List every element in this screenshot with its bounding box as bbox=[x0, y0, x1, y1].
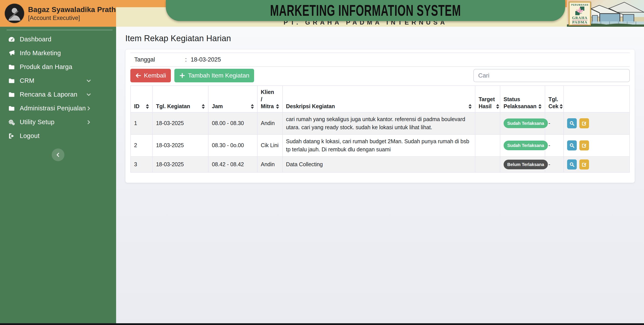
chevron-down-icon bbox=[86, 92, 92, 98]
sidebar-item-crm[interactable]: CRM bbox=[0, 74, 116, 88]
sidebar-item-utility-setup[interactable]: Utility Setup bbox=[0, 115, 116, 129]
column-header-actions bbox=[564, 86, 630, 112]
sidebar-item-label: CRM bbox=[20, 77, 34, 84]
plus-icon bbox=[179, 72, 185, 78]
search-icon bbox=[569, 142, 575, 148]
add-item-button[interactable]: Tambah Item Kegiatan bbox=[174, 69, 254, 82]
cell-target-hasil bbox=[475, 134, 500, 156]
sidebar-item-label: Produk dan Harga bbox=[20, 63, 72, 70]
row-view-button[interactable] bbox=[567, 118, 577, 128]
search-input[interactable] bbox=[473, 69, 630, 82]
arrow-left-icon bbox=[135, 72, 141, 78]
edit-icon bbox=[581, 162, 587, 167]
column-header-deskripsi-kegiatan[interactable]: Deskripsi Kegiatan bbox=[282, 86, 475, 112]
table-body: 118-03-202508.00 - 08.30Andincari rumah … bbox=[130, 112, 630, 172]
sidebar-item-info-marketing[interactable]: Info Marketing bbox=[0, 46, 116, 60]
table-header-row: IDTgl. KegiatanJamKlien / MitraDeskripsi… bbox=[130, 86, 630, 112]
sort-icon[interactable] bbox=[496, 104, 499, 110]
column-header-label: Jam bbox=[212, 103, 223, 110]
sidebar-item-produk-dan-harga[interactable]: Produk dan Harga bbox=[0, 60, 116, 74]
user-panel: Bagaz Syawaladika Pratha [Account Execut… bbox=[0, 0, 116, 27]
column-header-klien-mitra[interactable]: Klien / Mitra bbox=[258, 86, 282, 112]
sidebar-item-dashboard[interactable]: Dashboard bbox=[0, 32, 116, 46]
user-role: [Account Executive] bbox=[28, 15, 116, 22]
user-text: Bagaz Syawaladika Pratha [Account Execut… bbox=[28, 6, 116, 22]
column-header-label: Tgl. Kegiatan bbox=[156, 103, 190, 110]
cell-klien-mitra: Andin bbox=[258, 112, 282, 134]
cell-deskripsi-kegiatan: Data Collecting bbox=[282, 156, 475, 172]
folder-icon bbox=[8, 91, 15, 98]
cell-tgl-kegiatan: 18-03-2025 bbox=[152, 112, 208, 134]
column-header-label: Tgl. Cek bbox=[548, 96, 558, 110]
sort-icon[interactable] bbox=[538, 104, 542, 110]
sort-icon[interactable] bbox=[560, 104, 563, 110]
header-banner: MARKETING INFORMATION SYSTEM PT. GRAHA P… bbox=[116, 0, 644, 27]
user-name: Bagaz Syawaladika Pratha bbox=[28, 6, 116, 14]
search-icon bbox=[569, 120, 575, 126]
folder-icon bbox=[8, 77, 15, 84]
banner-title-box: MARKETING INFORMATION SYSTEM bbox=[166, 0, 565, 21]
tanggal-value: 18-03-2025 bbox=[191, 56, 221, 63]
sidebar-nav: DashboardInfo MarketingProduk dan HargaC… bbox=[0, 32, 116, 143]
cell-target-hasil bbox=[475, 156, 500, 172]
sidebar: Bagaz Syawaladika Pratha [Account Execut… bbox=[0, 0, 116, 325]
page-content: Item Rekap Kegiatan Harian Tanggal : 18-… bbox=[116, 27, 644, 325]
chevron-right-icon bbox=[86, 119, 92, 125]
tanggal-colon: : bbox=[185, 56, 187, 63]
search-icon bbox=[569, 162, 575, 167]
column-header-tgl-kegiatan[interactable]: Tgl. Kegiatan bbox=[152, 86, 208, 112]
column-header-jam[interactable]: Jam bbox=[208, 86, 257, 112]
gears-icon bbox=[8, 118, 15, 126]
table-row: 118-03-202508.00 - 08.30Andincari rumah … bbox=[130, 112, 630, 134]
column-header-label: Deskripsi Kegiatan bbox=[286, 103, 335, 110]
app-window: Bagaz Syawaladika Pratha [Account Execut… bbox=[0, 0, 644, 325]
tanggal-label: Tanggal bbox=[134, 56, 185, 63]
status-badge: Belum Terlaksana bbox=[504, 160, 548, 169]
sidebar-item-logout[interactable]: Logout bbox=[0, 129, 116, 143]
row-edit-button[interactable] bbox=[580, 118, 589, 128]
user-avatar bbox=[5, 4, 24, 23]
sidebar-collapse-button[interactable] bbox=[52, 148, 64, 161]
table-row: 218-03-202508.30 - 0o.00Cik LiniSudah da… bbox=[130, 134, 630, 156]
sidebar-item-administrasi-penjualan[interactable]: Administrasi Penjualan bbox=[0, 102, 116, 115]
column-header-label: Klien / Mitra bbox=[261, 88, 275, 110]
toolbar: Kembali Tambah Item Kegiatan bbox=[130, 69, 630, 82]
column-header-target-hasil[interactable]: Target Hasil bbox=[475, 86, 500, 112]
back-button-label: Kembali bbox=[144, 72, 166, 79]
row-edit-button[interactable] bbox=[580, 140, 589, 150]
bottom-scrollbar[interactable] bbox=[0, 323, 644, 325]
back-button[interactable]: Kembali bbox=[130, 69, 171, 82]
sort-icon[interactable] bbox=[251, 104, 254, 110]
row-view-button[interactable] bbox=[567, 160, 577, 170]
cell-actions bbox=[564, 112, 630, 134]
chevron-down-icon bbox=[86, 78, 92, 84]
lotus-icon bbox=[575, 6, 585, 16]
folder-icon bbox=[8, 105, 15, 112]
graha-padma-logo: PERUMAHAN GRAHA PADMA bbox=[569, 2, 591, 26]
header-house-photo: PERUMAHAN GRAHA PADMA bbox=[567, 0, 644, 27]
cell-status-pelaksanaan: Sudah Terlaksana bbox=[500, 134, 545, 156]
sort-icon[interactable] bbox=[276, 104, 279, 110]
logo-padma-text: PADMA bbox=[572, 20, 588, 25]
column-header-label: Target Hasil bbox=[478, 96, 495, 110]
row-edit-button[interactable] bbox=[580, 160, 589, 170]
logout-icon bbox=[8, 132, 15, 140]
banner-title: MARKETING INFORMATION SYSTEM bbox=[270, 2, 461, 20]
sort-icon[interactable] bbox=[468, 104, 472, 110]
cell-id: 3 bbox=[130, 156, 152, 172]
cell-jam: 08.30 - 0o.00 bbox=[208, 134, 257, 156]
column-header-status-pelaksanaan[interactable]: Status Pelaksanaan bbox=[500, 86, 545, 112]
row-view-button[interactable] bbox=[567, 140, 577, 150]
cell-tgl-kegiatan: 18-03-2025 bbox=[152, 134, 208, 156]
column-header-label: ID bbox=[134, 103, 140, 110]
kegiatan-table: IDTgl. KegiatanJamKlien / MitraDeskripsi… bbox=[130, 86, 630, 172]
sort-icon[interactable] bbox=[146, 104, 149, 110]
sidebar-item-rencana-laporan[interactable]: Rencana & Laporan bbox=[0, 88, 116, 102]
sidebar-item-label: Dashboard bbox=[20, 36, 52, 43]
column-header-tgl-cek[interactable]: Tgl. Cek bbox=[545, 86, 564, 112]
sort-icon[interactable] bbox=[202, 104, 205, 110]
sidebar-item-label: Utility Setup bbox=[20, 118, 54, 126]
column-header-id[interactable]: ID bbox=[130, 86, 152, 112]
main-column: MARKETING INFORMATION SYSTEM PT. GRAHA P… bbox=[116, 0, 644, 325]
avatar-photo bbox=[5, 4, 24, 23]
